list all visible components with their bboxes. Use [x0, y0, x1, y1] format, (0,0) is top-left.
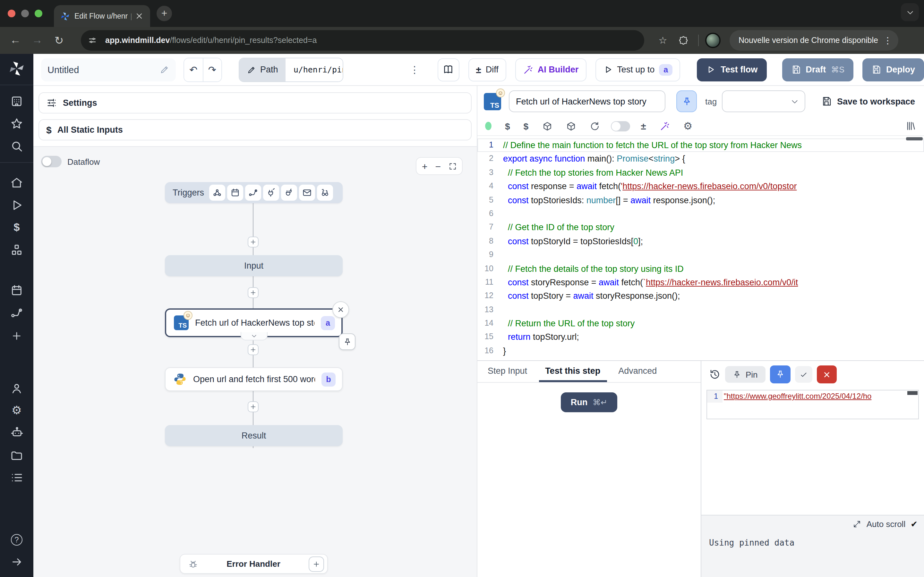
step-title-input[interactable]: [509, 90, 666, 112]
url-bar[interactable]: app.windmill.dev/flows/edit/u/henri/pin_…: [81, 30, 644, 51]
mini-editor-scrollbar-thumb[interactable]: [907, 391, 918, 395]
schedules-calendar-icon[interactable]: [10, 284, 23, 297]
dataflow-toggle[interactable]: [41, 156, 61, 167]
pin-step-button[interactable]: [676, 90, 697, 112]
insert-step-button[interactable]: [248, 237, 258, 247]
pinned-data-editor[interactable]: 1"https://www.geoffreylitt.com/2025/04/1…: [706, 390, 919, 419]
flow-settings-card[interactable]: Settings: [39, 92, 472, 113]
tab-step-input[interactable]: Step Input: [481, 361, 533, 382]
diff-button[interactable]: ±Diff: [468, 58, 506, 81]
variables-icon[interactable]: $: [14, 221, 20, 234]
path-value[interactable]: u/henri/pin: [286, 58, 343, 81]
resources-button[interactable]: $: [523, 121, 529, 131]
routes-icon[interactable]: [10, 306, 23, 319]
home-icon[interactable]: [10, 176, 23, 189]
auto-scroll-checkbox[interactable]: ✔: [911, 519, 918, 529]
add-icon[interactable]: [11, 330, 23, 342]
add-error-handler-button[interactable]: [309, 556, 324, 572]
close-window-button[interactable]: [8, 10, 15, 17]
draft-button[interactable]: Draft ⌘S: [782, 58, 853, 81]
code-line[interactable]: 7 // Get the ID of the top story: [477, 221, 924, 235]
tag-select[interactable]: [722, 90, 805, 112]
profile-avatar[interactable]: [705, 33, 720, 48]
folders-icon[interactable]: [10, 449, 23, 462]
ai-robot-icon[interactable]: [10, 426, 23, 439]
more-options-icon[interactable]: ⋮: [410, 64, 419, 75]
remove-step-button[interactable]: [333, 301, 349, 318]
diff-mode-icon[interactable]: ±: [641, 121, 646, 131]
poll-trigger-icon[interactable]: [317, 185, 333, 201]
tab-advanced[interactable]: Advanced: [612, 361, 663, 382]
error-handler-node[interactable]: Error Handler: [180, 554, 328, 574]
code-line[interactable]: 2export async function main(): Promise<s…: [477, 152, 924, 166]
reload-button[interactable]: ↻: [50, 34, 68, 47]
ai-builder-button[interactable]: AI Builder: [515, 58, 586, 81]
workspace-icon[interactable]: [10, 95, 23, 108]
help-icon[interactable]: ?: [11, 534, 23, 546]
forward-button[interactable]: →: [28, 34, 46, 47]
expand-arrows-icon[interactable]: [853, 520, 861, 528]
pin-button[interactable]: Pin: [725, 366, 766, 383]
code-line[interactable]: 13: [477, 303, 924, 317]
fullscreen-icon[interactable]: [449, 162, 457, 170]
run-button[interactable]: Run ⌘↵: [561, 392, 617, 412]
zoom-out-button[interactable]: −: [435, 161, 441, 171]
editor-settings-gear-icon[interactable]: ⚙: [683, 121, 693, 131]
schedule-trigger-icon[interactable]: [227, 185, 243, 201]
webhook-trigger-icon[interactable]: [209, 185, 225, 201]
flow-name-field[interactable]: Untitled: [41, 58, 176, 81]
chrome-menu-icon[interactable]: ⋮: [883, 35, 892, 45]
pin-active-button[interactable]: [770, 366, 790, 384]
code-editor[interactable]: 1// Define the main function to fetch th…: [477, 136, 924, 360]
result-node[interactable]: Result: [165, 425, 342, 446]
redo-button[interactable]: ↷: [203, 58, 221, 81]
expand-sidebar-arrow-icon[interactable]: [11, 556, 23, 568]
tab-test-this-step[interactable]: Test this step: [539, 361, 607, 382]
deploy-button[interactable]: Deploy: [863, 58, 924, 81]
bookmark-star-icon[interactable]: ☆: [654, 35, 671, 46]
site-info-icon[interactable]: [85, 33, 100, 48]
code-line[interactable]: 1// Define the main function to fetch th…: [477, 139, 924, 152]
code-line[interactable]: 12 const topStory = await storyResponse.…: [477, 290, 924, 303]
extensions-icon[interactable]: [675, 35, 692, 45]
insert-step-button[interactable]: [248, 287, 258, 298]
insert-step-button[interactable]: [248, 401, 258, 412]
windmill-logo[interactable]: [8, 60, 25, 77]
code-line[interactable]: 17: [477, 358, 924, 361]
step-node-b[interactable]: Open url and fetch first 500 words of ..…: [165, 367, 342, 391]
input-node[interactable]: Input: [165, 255, 342, 276]
editor-scrollbar-thumb[interactable]: [906, 137, 923, 140]
reload-icon[interactable]: [590, 121, 599, 131]
search-icon[interactable]: [10, 140, 23, 153]
history-icon[interactable]: [709, 369, 720, 380]
minimize-window-button[interactable]: [21, 10, 29, 17]
maximize-window-button[interactable]: [35, 10, 42, 17]
editor-toggle[interactable]: [611, 121, 630, 131]
insert-step-button[interactable]: [248, 344, 258, 355]
user-icon[interactable]: [10, 382, 23, 395]
code-line[interactable]: 9: [477, 248, 924, 262]
code-line[interactable]: 10 // Fetch the details of the top story…: [477, 262, 924, 276]
zoom-in-button[interactable]: +: [422, 161, 428, 171]
save-to-workspace-button[interactable]: Save to workspace: [822, 96, 915, 106]
auto-scroll-label[interactable]: Auto scroll: [867, 519, 905, 529]
new-tab-button[interactable]: +: [157, 6, 172, 21]
clear-pin-button[interactable]: [817, 366, 837, 384]
code-line[interactable]: 3 // Fetch the top stories from Hacker N…: [477, 166, 924, 180]
flow-canvas[interactable]: Dataflow + − Triggers: [33, 146, 477, 577]
accept-button[interactable]: [795, 366, 813, 383]
tab-search-button[interactable]: [901, 3, 919, 21]
websocket-trigger-icon[interactable]: [263, 185, 279, 201]
browser-tab[interactable]: Edit Flow u/henri/pin_results |: [54, 5, 150, 27]
code-line[interactable]: 15 return topStory.url;: [477, 330, 924, 344]
email-trigger-icon[interactable]: [299, 185, 315, 201]
code-line[interactable]: 1"https://www.geoffreylitt.com/2025/04/1…: [707, 390, 918, 403]
tab-close-icon[interactable]: [135, 11, 144, 21]
docs-book-button[interactable]: [437, 58, 459, 81]
kafka-trigger-icon[interactable]: [281, 185, 297, 201]
test-flow-button[interactable]: Test flow: [697, 58, 766, 81]
code-line[interactable]: 14 // Return the URL of the top story: [477, 317, 924, 330]
code-line[interactable]: 8 const topStoryId = topStoriesIds[0];: [477, 234, 924, 248]
package-icon[interactable]: [542, 121, 552, 131]
code-line[interactable]: 11 const storyResponse = await fetch(`ht…: [477, 276, 924, 290]
